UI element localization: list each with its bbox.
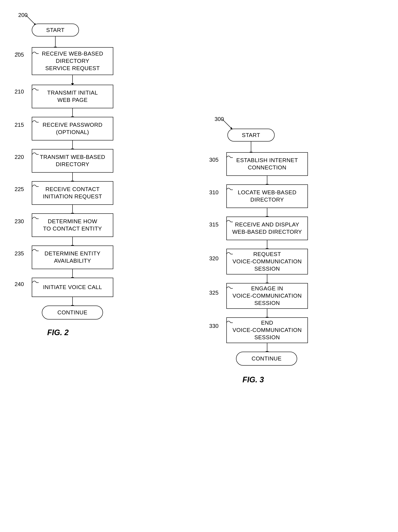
fig2-step-210: TRANSMIT INITIALWEB PAGE (32, 85, 113, 108)
arrow-240-continue2 (72, 297, 73, 305)
arrow-330-continue3 (267, 343, 267, 352)
fig3-label: FIG. 3 (243, 375, 264, 384)
fig3-step-320: REQUESTVOICE-COMMUNICATIONSESSION (226, 249, 308, 274)
arrow-310-315 (267, 208, 267, 216)
ref-mark-240 (13, 278, 39, 285)
arrow-210-215 (72, 108, 73, 117)
diagram-container: 200 START 205 ⌒ RECEIVE WEB-BASEDDIRECTO… (0, 0, 398, 532)
ref-mark-220 (13, 150, 39, 157)
fig2-step-225: RECEIVE CONTACTINITIATION REQUEST (32, 181, 113, 205)
arrow-start-305 (251, 141, 251, 152)
arrow-230-235 (72, 237, 73, 246)
fig3-step-305: ESTABLISH INTERNETCONNECTION (226, 152, 308, 176)
fig3-start-oval: START (227, 129, 275, 141)
fig3-continue-oval: CONTINUE (236, 352, 297, 366)
fig3-step-330: ENDVOICE-COMMUNICATIONSESSION (226, 317, 308, 343)
ref-mark-235 (13, 247, 39, 253)
fig2-start-oval: START (32, 24, 79, 37)
arrow-205-210 (72, 75, 73, 84)
ref-mark-215 (13, 118, 39, 124)
ref-mark-320 (207, 250, 233, 256)
ref-mark-230 (13, 215, 39, 221)
fig2-step-215: RECEIVE PASSWORD(OPTIONAL) (32, 117, 113, 140)
ref-mark-225 (13, 182, 39, 189)
arrow-225-230 (72, 205, 73, 213)
arrow-start-205 (55, 37, 56, 47)
arrow-235-240 (72, 269, 73, 278)
fig3-step-325: ENGAGE INVOICE-COMMUNICATIONSESSION (226, 283, 308, 309)
ref-mark-210 (13, 86, 39, 92)
ref-mark-310 (207, 185, 233, 192)
ref-mark-330 (207, 318, 233, 325)
arrow-315-320 (267, 240, 267, 249)
ref-mark-315 (207, 218, 233, 224)
arrow-325-330 (267, 309, 267, 317)
fig2-label: FIG. 2 (47, 328, 69, 337)
fig2-step-230: DETERMINE HOWTO CONTACT ENTITY (32, 213, 113, 237)
fig3-step-310: LOCATE WEB-BASEDDIRECTORY (226, 184, 308, 208)
ref-mark-325 (207, 284, 233, 291)
ref-mark-305 (207, 153, 233, 160)
arrow-305-310 (267, 176, 267, 184)
ref-mark-205 (13, 49, 39, 56)
fig2-step-220: TRANSMIT WEB-BASEDDIRECTORY (32, 149, 113, 173)
fig3-step-315: RECEIVE AND DISPLAYWEB-BASED DIRECTORY (226, 216, 308, 240)
fig2-step-235: DETERMINE ENTITYAVAILABILITY (32, 246, 113, 269)
fig2-continue-oval: CONTINUE (42, 305, 103, 319)
arrow-320-325 (267, 274, 267, 283)
fig2-step-205: RECEIVE WEB-BASEDDIRECTORYSERVICE REQUES… (32, 47, 113, 75)
fig2-step-240: INITIATE VOICE CALL (32, 278, 113, 297)
arrow-220-225 (72, 173, 73, 181)
arrow-215-220 (72, 140, 73, 149)
